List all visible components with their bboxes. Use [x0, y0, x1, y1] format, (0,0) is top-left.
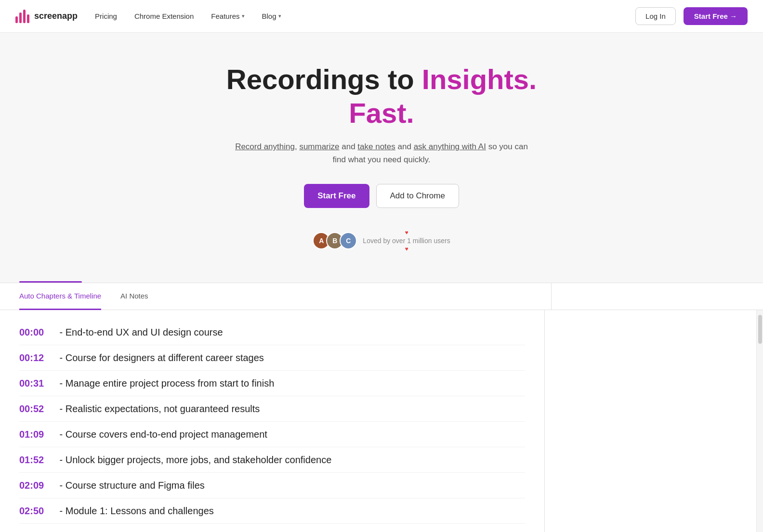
transcript-row: 01:52 - Unlock bigger projects, more job… — [19, 447, 525, 473]
summarize-link[interactable]: summarize — [299, 142, 339, 151]
avatar-3: C — [340, 232, 357, 249]
timestamp-6[interactable]: 02:09 — [19, 479, 53, 492]
transcript-row: 00:12 - Course for designers at differen… — [19, 345, 525, 371]
social-proof-text: ♥ Loved by over 1 million users ♥ — [363, 229, 450, 252]
nav-left: screenapp Pricing Chrome Extension Featu… — [15, 10, 281, 23]
transcript-text-1: - Course for designers at different care… — [57, 351, 264, 364]
tab-auto-chapters[interactable]: Auto Chapters & Timeline — [19, 283, 101, 310]
transcript-row: 00:31 - Manage entire project process fr… — [19, 371, 525, 396]
transcript-text-4: - Course covers end-to-end project manag… — [57, 428, 267, 441]
features-chevron-icon: ▾ — [242, 13, 245, 19]
logo-bar-4 — [27, 14, 29, 23]
nav-right: Log In Start Free → — [635, 7, 748, 25]
right-panel — [544, 310, 756, 532]
nav-link-features[interactable]: Features ▾ — [211, 12, 244, 20]
transcript-text-0: - End-to-end UX and UI design course — [57, 325, 223, 339]
hero-subtext: Record anything, summarize and take note… — [232, 140, 531, 166]
timestamp-0[interactable]: 00:00 — [19, 325, 53, 339]
logo-bar-1 — [15, 16, 18, 23]
add-to-chrome-button[interactable]: Add to Chrome — [376, 184, 459, 208]
transcript-text-3: - Realistic expectations, not guaranteed… — [57, 402, 260, 415]
headline-part2: Insights. — [422, 64, 537, 95]
logo-bar-3 — [23, 10, 26, 23]
nav-link-chrome-extension[interactable]: Chrome Extension — [134, 12, 194, 20]
tab-ai-notes[interactable]: AI Notes — [120, 283, 148, 310]
record-link[interactable]: Record anything — [235, 142, 295, 151]
headline-part3: Fast. — [349, 97, 414, 129]
right-panel-header — [551, 283, 763, 310]
content-tabs: Auto Chapters & Timeline AI Notes — [0, 283, 551, 310]
avatar-group: A B C — [313, 232, 357, 249]
heart-icon: ♥ — [405, 229, 408, 236]
navbar: screenapp Pricing Chrome Extension Featu… — [0, 0, 763, 33]
scrollbar[interactable] — [756, 310, 763, 532]
logo-bar-2 — [19, 13, 22, 23]
heart-icon-2: ♥ — [405, 246, 408, 252]
transcript-row: 02:50 - Module 1: Lessons and challenges — [19, 498, 525, 524]
hero-buttons: Start Free Add to Chrome — [304, 184, 459, 208]
scrollbar-thumb[interactable] — [758, 315, 762, 344]
transcript-area: 00:00 - End-to-end UX and UI design cour… — [0, 310, 544, 532]
headline-part1: Recordings to — [226, 64, 422, 95]
transcript-row: 00:52 - Realistic expectations, not guar… — [19, 396, 525, 422]
transcript-row: 02:09 - Course structure and Figma files — [19, 473, 525, 498]
hero-headline: Recordings to Insights. Fast. — [226, 63, 537, 130]
transcript-text-5: - Unlock bigger projects, more jobs, and… — [57, 453, 331, 467]
timestamp-5[interactable]: 01:52 — [19, 453, 53, 467]
social-proof-label: Loved by over 1 million users — [363, 237, 450, 245]
login-button[interactable]: Log In — [635, 7, 676, 25]
timestamp-2[interactable]: 00:31 — [19, 376, 53, 390]
social-proof: A B C ♥ Loved by over 1 million users ♥ — [313, 229, 450, 252]
nav-link-pricing[interactable]: Pricing — [95, 12, 117, 20]
timestamp-4[interactable]: 01:09 — [19, 428, 53, 441]
take-notes-link[interactable]: take notes — [357, 142, 395, 151]
timestamp-1[interactable]: 00:12 — [19, 351, 53, 364]
ask-ai-link[interactable]: ask anything with AI — [414, 142, 486, 151]
transcript-text-7: - Module 1: Lessons and challenges — [57, 504, 214, 518]
nav-link-blog[interactable]: Blog ▾ — [262, 12, 281, 20]
timestamp-7[interactable]: 02:50 — [19, 504, 53, 518]
logo-name: screenapp — [34, 11, 78, 21]
logo[interactable]: screenapp — [15, 10, 78, 23]
blog-chevron-icon: ▾ — [278, 13, 281, 19]
start-free-nav-button[interactable]: Start Free → — [684, 7, 748, 25]
logo-icon — [15, 10, 29, 23]
content-section: Auto Chapters & Timeline AI Notes 00:00 … — [0, 283, 763, 532]
transcript-row: 01:09 - Course covers end-to-end project… — [19, 422, 525, 447]
start-free-hero-button[interactable]: Start Free — [304, 184, 369, 208]
transcript-row: 00:00 - End-to-end UX and UI design cour… — [19, 320, 525, 345]
transcript-text-6: - Course structure and Figma files — [57, 479, 205, 492]
transcript-text-2: - Manage entire project process from sta… — [57, 376, 274, 390]
hero-section: Recordings to Insights. Fast. Record any… — [0, 0, 763, 281]
main-content: 00:00 - End-to-end UX and UI design cour… — [0, 310, 763, 532]
timestamp-3[interactable]: 00:52 — [19, 402, 53, 415]
